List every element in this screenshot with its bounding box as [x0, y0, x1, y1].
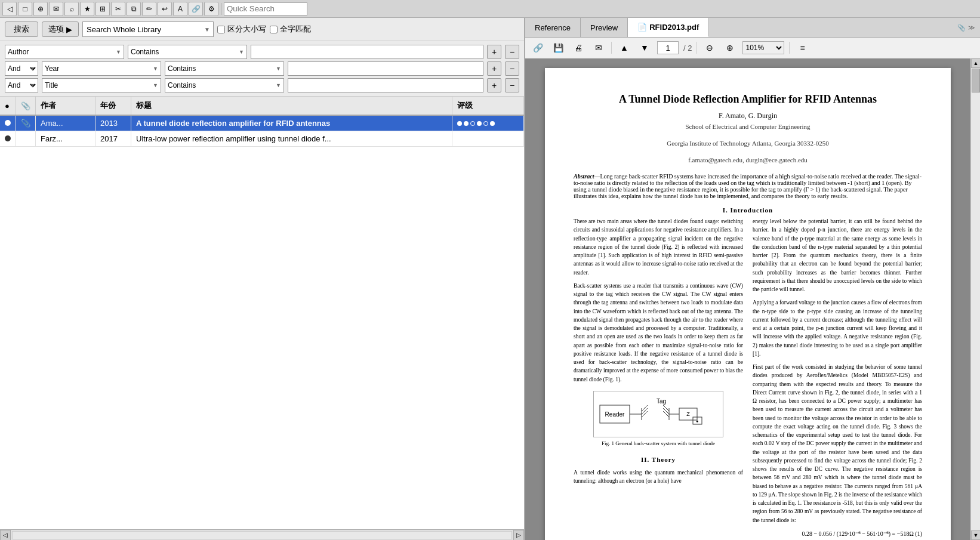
filter-add-3[interactable]: + [487, 78, 501, 92]
pdf-col-left: There are two main areas where the tunne… [574, 217, 743, 540]
case-sensitive-label[interactable]: 区分大小写 [217, 24, 266, 35]
pdf-zoom-select[interactable]: 50% 75% 100% 101% 125% 150% 200% [742, 41, 784, 54]
scroll-right-btn[interactable]: ▷ [513, 530, 524, 541]
pdf-down-btn[interactable]: ▼ [637, 40, 652, 55]
filter-remove-1[interactable]: − [505, 45, 519, 59]
row2-paperclip [16, 131, 36, 147]
filter-logic-3-wrapper: And Or Not [5, 78, 38, 92]
email-button[interactable]: ✉ [49, 2, 63, 16]
star-button[interactable]: ★ [80, 2, 94, 16]
find-button[interactable]: ⌕ [64, 2, 79, 16]
scroll-track[interactable] [12, 531, 512, 539]
pdf-tab-icon: 📄 [637, 23, 647, 32]
undo-button[interactable]: ↩ [158, 2, 172, 16]
filter-logic-2[interactable]: And Or Not [5, 61, 38, 76]
search-button[interactable]: 搜索 [5, 21, 38, 37]
copy-button[interactable]: ⧉ [127, 2, 141, 16]
filter-op-1-wrapper: Contains Does Not Contain Is Is Not [128, 45, 247, 59]
filter-value-2[interactable] [288, 61, 483, 76]
row1-paperclip: 📎 [16, 115, 36, 131]
tab-reference[interactable]: Reference [525, 18, 581, 37]
edit-button[interactable]: ✏ [142, 2, 156, 16]
filter-op-2[interactable]: Contains Does Not Contain Is Is Not [165, 61, 284, 76]
pdf-save-btn[interactable]: 💾 [550, 40, 566, 55]
pdf-print-btn[interactable]: 🖨 [571, 40, 586, 55]
svg-line-11 [663, 411, 669, 417]
settings-button[interactable]: ⚙ [204, 2, 218, 16]
filter-field-1[interactable]: Author Year Title Journal Abstract [5, 45, 124, 59]
table-row[interactable]: Farz... 2017 Ultra-low power reflection … [0, 131, 524, 147]
scroll-left-btn[interactable]: ◁ [0, 530, 11, 541]
filter-value-3[interactable] [288, 78, 483, 92]
tab-preview[interactable]: Preview [581, 18, 628, 37]
filter-area: Author Year Title Journal Abstract Conta… [0, 41, 524, 97]
pdf-open-btn[interactable]: 🔗 [530, 40, 546, 55]
pdf-toolbar: 🔗 💾 🖨 ✉ ▲ ▼ 1 / 2 ⊖ ⊕ 50% 75% 100% 101% … [525, 38, 980, 58]
quick-search-input[interactable] [224, 2, 307, 16]
paperclip-action-icon[interactable]: 📎 [957, 24, 966, 32]
filter-remove-3[interactable]: − [505, 78, 519, 92]
filter-field-2-wrapper: Author Year Title Journal Abstract [42, 61, 161, 76]
case-sensitive-checkbox[interactable] [217, 26, 225, 33]
svg-text:Z: Z [686, 411, 690, 417]
scrollbar-up-btn[interactable]: ▲ [971, 58, 980, 68]
scrollbar-down-btn[interactable]: ▼ [971, 530, 980, 540]
case-sensitive-text: 区分大小写 [227, 24, 266, 35]
filter-logic-3[interactable]: And Or Not [5, 78, 38, 92]
filter-logic-2-wrapper: And Or Not [5, 61, 38, 76]
font-button[interactable]: A [173, 2, 187, 16]
link-button[interactable]: 🔗 [189, 2, 203, 16]
exact-match-label[interactable]: 全字匹配 [270, 24, 311, 35]
col-rating[interactable]: 评级 [452, 97, 524, 115]
grid-button[interactable]: ⊞ [95, 2, 110, 16]
pdf-layout-btn[interactable]: ≡ [794, 40, 810, 55]
pdf-authors: F. Amato, G. Durgin [574, 112, 922, 121]
options-label: 选项 [48, 24, 64, 35]
filter-op-3[interactable]: Contains Does Not Contain Is Is Not [165, 78, 284, 92]
col-author[interactable]: 作者 [36, 97, 95, 115]
scrollbar-thumb[interactable] [972, 69, 980, 92]
open-button[interactable]: ⊕ [33, 2, 48, 16]
col-title[interactable]: 标题 [131, 97, 452, 115]
table-row[interactable]: 📎 Ama... 2013 A tunnel diode reflection … [0, 115, 524, 131]
scrollbar-track[interactable] [971, 68, 980, 530]
expand-icon[interactable]: ≫ [968, 24, 975, 32]
filter-value-1[interactable] [251, 45, 483, 59]
main-toolbar: ◁ □ ⊕ ✉ ⌕ ★ ⊞ ✂ ⧉ ✏ ↩ A 🔗 ⚙ [0, 0, 980, 18]
pdf-up-btn[interactable]: ▲ [617, 40, 632, 55]
scissors-button[interactable]: ✂ [111, 2, 125, 16]
col-dot: ● [0, 97, 16, 115]
pdf-zoom-in-btn[interactable]: ⊕ [722, 40, 738, 55]
back-button[interactable]: ◁ [2, 2, 17, 16]
exact-match-checkbox[interactable] [270, 26, 278, 33]
filter-field-2[interactable]: Author Year Title Journal Abstract [42, 61, 161, 76]
pdf-col2-text3: First part of the work consisted in stud… [753, 363, 922, 524]
svg-line-6 [642, 411, 648, 417]
pdf-abstract-label: Abstract [574, 173, 594, 180]
pdf-col2-text2: Applying a forward voltage to the juncti… [753, 298, 922, 358]
pdf-col-right: energy level below the potential barrier… [753, 217, 922, 540]
library-select[interactable]: Search Whole Library My Library [82, 21, 214, 37]
tab-bar: Reference Preview 📄 RFID2013.pdf 📎 ≫ [525, 18, 980, 38]
pdf-separator-3 [789, 42, 790, 54]
pdf-content[interactable]: A Tunnel Diode Reflection Amplifier for … [525, 58, 970, 540]
tab-actions: 📎 ≫ [953, 18, 980, 37]
pdf-zoom-out-btn[interactable]: ⊖ [702, 40, 717, 55]
filter-remove-2[interactable]: − [505, 61, 519, 76]
row2-title: Ultra-low power reflection amplifier usi… [131, 131, 452, 147]
filter-field-3[interactable]: Author Year Title Journal Abstract [42, 78, 161, 92]
filter-add-1[interactable]: + [487, 45, 501, 59]
row2-year: 2017 [95, 131, 131, 147]
pdf-email-btn[interactable]: ✉ [591, 40, 606, 55]
pdf-page-input[interactable]: 1 [657, 41, 679, 54]
tab-preview-label: Preview [590, 23, 618, 32]
svg-line-4 [642, 405, 648, 411]
tab-pdf[interactable]: 📄 RFID2013.pdf [628, 18, 709, 37]
filter-op-1[interactable]: Contains Does Not Contain Is Is Not [128, 45, 247, 59]
filter-add-2[interactable]: + [487, 61, 501, 76]
col-year[interactable]: 年份 [95, 97, 131, 115]
pdf-scrollbar: ▲ ▼ [970, 58, 980, 540]
options-button[interactable]: 选项 ▶ [42, 21, 79, 37]
svg-line-9 [663, 405, 669, 411]
new-button[interactable]: □ [18, 2, 32, 16]
